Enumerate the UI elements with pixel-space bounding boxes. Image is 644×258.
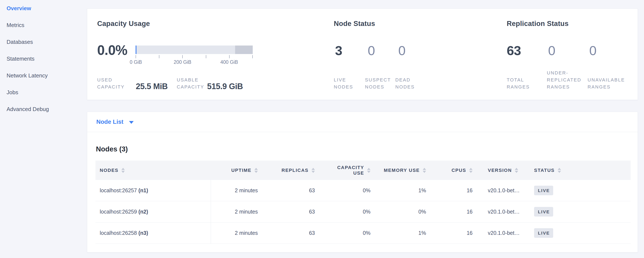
axis-tick [182, 55, 183, 58]
memory-use-cell: 1% [378, 187, 435, 194]
axis-tick [136, 55, 136, 58]
nodes-table-header: NODES UPTIME REPLICAS CAPACITY USE MEMOR… [96, 161, 631, 180]
sidebar-item-overview[interactable]: Overview [0, 0, 87, 17]
label-line: RANGES [507, 83, 530, 90]
cpus-cell: 16 [435, 209, 482, 215]
sidebar-item-jobs[interactable]: Jobs [0, 84, 87, 101]
table-row-node-1[interactable]: localhost:26257 (n1) 2 minutes 63 0% 1% … [96, 180, 631, 201]
sort-icon [423, 168, 426, 173]
replicas-cell: 63 [266, 187, 324, 194]
axis-tick [229, 55, 230, 58]
node-list-dropdown[interactable]: Node List [87, 112, 638, 132]
sort-icon [121, 168, 125, 173]
replicas-cell: 63 [266, 230, 324, 236]
axis-label-400gib: 400 GiB [220, 59, 238, 65]
memory-use-cell: 1% [378, 230, 435, 236]
label-line: RANGES [547, 83, 582, 90]
version-cell: v20.1.0-bet… [482, 230, 530, 236]
sidebar-item-metrics[interactable]: Metrics [0, 17, 87, 34]
axis-tick [206, 55, 206, 58]
suspect-nodes-count: 0 [368, 42, 375, 59]
unavailable-count: 0 [589, 42, 596, 59]
column-label: NODES [100, 168, 118, 173]
status-cell: LIVE [530, 186, 631, 195]
table-row-node-3[interactable]: localhost:26258 (n3) 2 minutes 63 0% 1% … [96, 222, 631, 244]
label-line: NODES [365, 83, 391, 90]
capacity-use-cell: 0% [324, 230, 378, 236]
dead-nodes-count: 0 [398, 42, 405, 59]
dead-nodes-label: DEAD NODES [395, 76, 414, 90]
label-line: CAPACITY [177, 83, 204, 90]
column-header-replicas[interactable]: REPLICAS [266, 168, 324, 173]
label-line: USED [97, 76, 124, 83]
column-label: VERSION [488, 168, 512, 173]
sidebar: Overview Metrics Databases Statements Ne… [0, 0, 87, 258]
sidebar-item-statements[interactable]: Statements [0, 50, 87, 67]
column-header-cpus[interactable]: CPUS [435, 168, 482, 173]
version-cell: v20.1.0-bet… [482, 187, 530, 194]
version-cell: v20.1.0-bet… [482, 209, 530, 215]
used-capacity-label: USED CAPACITY [97, 76, 124, 90]
capacity-use-cell: 0% [324, 187, 378, 194]
capacity-bar-used-segment [136, 46, 136, 54]
status-cell: LIVE [530, 207, 631, 216]
uptime-cell: 2 minutes [211, 209, 266, 215]
table-row-node-2[interactable]: localhost:26259 (n2) 2 minutes 63 0% 0% … [96, 201, 631, 222]
node-id: (n1) [138, 187, 148, 194]
cpus-cell: 16 [435, 187, 482, 194]
status-badge: LIVE [534, 207, 553, 216]
capacity-bar-other-segment [235, 46, 253, 54]
sort-icon [558, 168, 561, 173]
capacity-usage-title: Capacity Usage [97, 19, 150, 28]
column-header-uptime[interactable]: UPTIME [211, 168, 266, 173]
cluster-summary-card: Capacity Usage 0.0% 0 GiB 200 GiB 400 Gi… [87, 9, 638, 100]
under-replicated-label: UNDER- REPLICATED RANGES [547, 69, 582, 90]
node-status-title: Node Status [334, 19, 375, 28]
label-line: NODES [334, 83, 353, 90]
column-header-capacity-use[interactable]: CAPACITY USE [324, 165, 378, 176]
sidebar-item-advanced-debug[interactable]: Advanced Debug [0, 101, 87, 118]
node-list-card: Node List Nodes (3) NODES UPTIME REPLICA… [87, 112, 638, 252]
capacity-used-percent: 0.0% [97, 42, 127, 59]
column-label: STATUS [534, 168, 555, 173]
column-header-memory-use[interactable]: MEMORY USE [378, 168, 435, 173]
node-id: (n2) [138, 209, 148, 215]
sort-icon [367, 168, 370, 173]
node-id: (n3) [138, 230, 148, 236]
node-address-cell: localhost:26259 (n2) [96, 201, 211, 222]
label-line: UNAVAILABLE [588, 76, 625, 83]
label-line: REPLICATED [547, 76, 582, 83]
total-ranges-count: 63 [507, 42, 521, 59]
live-nodes-count: 3 [335, 42, 342, 59]
axis-label-200gib: 200 GiB [174, 59, 191, 65]
memory-use-cell: 0% [378, 209, 435, 215]
label-line: SUSPECT [365, 76, 391, 83]
label-line: UNDER- [547, 69, 582, 76]
column-header-status[interactable]: STATUS [530, 168, 631, 173]
axis-label-0gib: 0 GiB [130, 59, 142, 65]
sidebar-item-network-latency[interactable]: Network Latency [0, 67, 87, 84]
column-label: MEMORY USE [384, 168, 420, 173]
column-header-nodes[interactable]: NODES [96, 168, 211, 173]
capacity-bar-chart: 0 GiB 200 GiB 400 GiB [136, 46, 253, 73]
sort-icon [254, 168, 258, 173]
sort-icon [469, 168, 472, 173]
label-line: NODES [395, 83, 414, 90]
node-address: localhost:26257 [100, 187, 137, 194]
label-line: TOTAL [507, 76, 530, 83]
capacity-use-cell: 0% [324, 209, 378, 215]
column-label: CAPACITY USE [336, 165, 364, 176]
label-line: DEAD [395, 76, 414, 83]
sidebar-item-databases[interactable]: Databases [0, 34, 87, 50]
column-header-version[interactable]: VERSION [482, 168, 530, 173]
label-line: RANGES [588, 83, 625, 90]
uptime-cell: 2 minutes [211, 230, 266, 236]
status-badge: LIVE [534, 228, 553, 238]
replicas-cell: 63 [266, 209, 324, 215]
label-line: LIVE [334, 76, 353, 83]
node-address-cell: localhost:26258 (n3) [96, 222, 211, 243]
suspect-nodes-label: SUSPECT NODES [365, 76, 391, 90]
column-label: UPTIME [231, 168, 252, 173]
column-label: CPUS [452, 168, 466, 173]
under-replicated-count: 0 [548, 42, 555, 59]
